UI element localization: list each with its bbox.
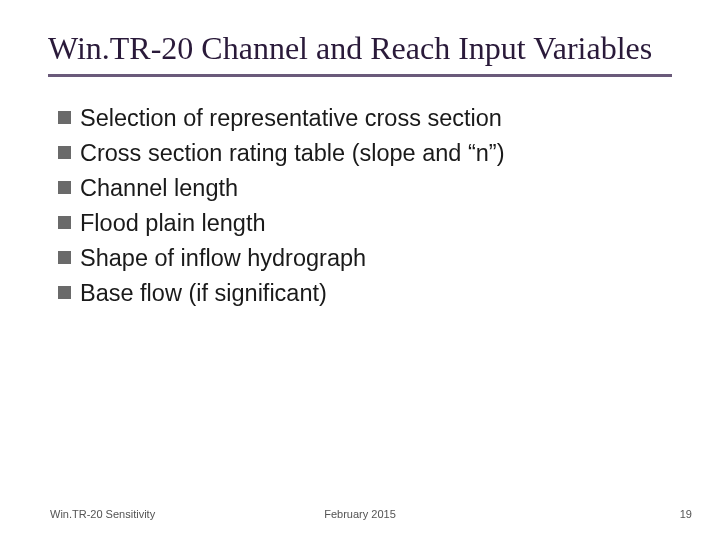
list-item: Cross section rating table (slope and “n… — [58, 138, 672, 168]
square-bullet-icon — [58, 251, 71, 264]
slide-footer: Win.TR-20 Sensitivity February 2015 19 — [0, 508, 720, 520]
bullet-text: Cross section rating table (slope and “n… — [80, 138, 505, 168]
footer-center-text: February 2015 — [324, 508, 396, 520]
list-item: Selection of representative cross sectio… — [58, 103, 672, 133]
list-item: Flood plain length — [58, 208, 672, 238]
bullet-text: Base flow (if significant) — [80, 278, 327, 308]
list-item: Shape of inflow hydrograph — [58, 243, 672, 273]
square-bullet-icon — [58, 216, 71, 229]
bullet-text: Flood plain length — [80, 208, 266, 238]
slide-container: Win.TR-20 Channel and Reach Input Variab… — [0, 0, 720, 540]
square-bullet-icon — [58, 111, 71, 124]
slide-number: 19 — [680, 508, 692, 520]
bullet-text: Selection of representative cross sectio… — [80, 103, 502, 133]
bullet-text: Shape of inflow hydrograph — [80, 243, 366, 273]
slide-title: Win.TR-20 Channel and Reach Input Variab… — [48, 28, 672, 68]
list-item: Base flow (if significant) — [58, 278, 672, 308]
bullet-text: Channel length — [80, 173, 238, 203]
square-bullet-icon — [58, 146, 71, 159]
square-bullet-icon — [58, 286, 71, 299]
title-underline — [48, 74, 672, 77]
list-item: Channel length — [58, 173, 672, 203]
footer-left-text: Win.TR-20 Sensitivity — [50, 508, 155, 520]
square-bullet-icon — [58, 181, 71, 194]
bullet-list: Selection of representative cross sectio… — [48, 103, 672, 308]
